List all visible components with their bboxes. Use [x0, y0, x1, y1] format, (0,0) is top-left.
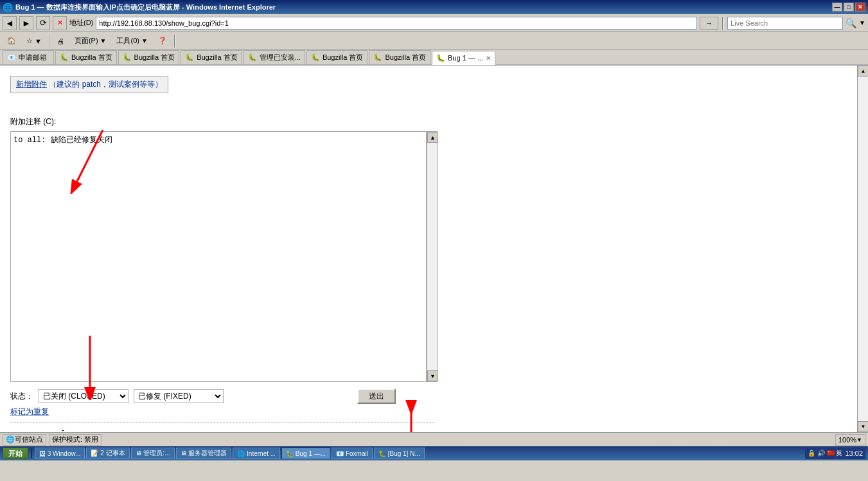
- taskbar-btn-1[interactable]: 🖼 3 Window...: [35, 448, 85, 459]
- submit-button[interactable]: 送出: [357, 388, 396, 404]
- search-dropdown-icon[interactable]: ▼: [859, 19, 865, 26]
- mark-duplicate-link[interactable]: 标记为重复: [10, 406, 847, 417]
- page-label: 页面(P): [75, 36, 98, 46]
- status-row: 状态： 已关闭 (CLOSED) 已修复 (FIXED) 送出: [10, 388, 847, 404]
- go-button[interactable]: →: [700, 17, 718, 30]
- back-button[interactable]: ◄: [3, 16, 17, 30]
- taskbar-btn-4[interactable]: 🖥 服务器管理器: [176, 448, 232, 459]
- print-button[interactable]: 🖨: [53, 34, 69, 48]
- scroll-down-arrow[interactable]: ▼: [427, 370, 438, 381]
- page-button[interactable]: 页面(P) ▼: [70, 34, 111, 48]
- tab-bugzilla-1[interactable]: 🐛 Bugzilla 首页: [55, 50, 117, 64]
- resolution-select[interactable]: 已修复 (FIXED): [134, 389, 224, 403]
- tab-bugzilla-4[interactable]: 🐛 Bugzilla 首页: [306, 50, 368, 64]
- close-button[interactable]: ✕: [855, 3, 865, 12]
- comment-textarea[interactable]: to all: 缺陷已经修复关闭: [10, 131, 427, 382]
- tab-bugzilla-2[interactable]: 🐛 Bugzilla 首页: [118, 50, 180, 64]
- tab-bugzilla3-icon: 🐛: [185, 53, 194, 62]
- tab-bug1[interactable]: 🐛 Bug 1 — ... ✕: [432, 51, 495, 65]
- main-content: 新增附件 （建议的 patch，测试案例等等） 附加注释 (C): to all…: [0, 66, 868, 432]
- toolbar-sep-1: [49, 35, 50, 48]
- zoom-dropdown-icon[interactable]: ▼: [856, 437, 862, 443]
- expand-all-label: 展开所有注释: [10, 431, 57, 432]
- zone-label: 可信站点: [15, 435, 43, 444]
- zone-icon: 🌐: [6, 435, 15, 444]
- zoom-label: 100%: [838, 436, 856, 444]
- right-scroll-track: [858, 77, 868, 421]
- address-input[interactable]: [96, 17, 697, 30]
- taskbar-btn-bugnote[interactable]: 🐛 [Bug 1] N...: [374, 448, 425, 459]
- status-select[interactable]: 已关闭 (CLOSED): [39, 389, 128, 403]
- maximize-button[interactable]: □: [844, 3, 854, 12]
- favorites-button[interactable]: ☆ ▼: [22, 34, 46, 48]
- taskbar-btn-3-label: 🖥 管理员:...: [136, 449, 170, 457]
- taskbar-btn-3[interactable]: 🖥 管理员:...: [131, 448, 175, 459]
- tabs-bar: 📧 申请邮箱 🐛 Bugzilla 首页 🐛 Bugzilla 首页 🐛 Bug…: [0, 50, 868, 66]
- comment-section: 附加注释 (C): to all: 缺陷已经修复关闭 ▲ ▼: [10, 116, 847, 382]
- taskbar-btn-foxmail[interactable]: 📧 Foxmail: [332, 448, 373, 459]
- systray-icons: 🔒 🔊 🇨🇳 英: [808, 449, 842, 458]
- tab-bugzilla-5[interactable]: 🐛 Bugzilla 首页: [369, 50, 430, 64]
- title-bar-buttons: — □ ✕: [832, 3, 865, 12]
- separator: [722, 17, 723, 30]
- systray-time: 13:02: [845, 449, 863, 457]
- tab-bugzilla5-icon: 🐛: [373, 53, 382, 62]
- stop-button[interactable]: ✕: [53, 16, 67, 30]
- scroll-track: [427, 143, 437, 370]
- tab-bugzilla3-label: Bugzilla 首页: [197, 53, 238, 62]
- taskbar-btn-bug1-label: 🐛 Bug 1 —...: [286, 450, 326, 457]
- attachment-section: 新增附件 （建议的 patch，测试案例等等）: [10, 76, 847, 104]
- tools-button[interactable]: 工具(0) ▼: [112, 34, 152, 48]
- attachment-desc: （建议的 patch，测试案例等等）: [49, 80, 163, 89]
- zoom-status: 100% ▼: [835, 434, 865, 446]
- tab-email[interactable]: 📧 申请邮箱: [3, 50, 54, 64]
- start-button[interactable]: 开始: [3, 448, 28, 459]
- systray: 🔒 🔊 🇨🇳 英 13:02: [805, 448, 865, 459]
- home-button[interactable]: 🏠: [3, 34, 21, 48]
- taskbar-btn-5-label: 🌐 Internet ...: [237, 450, 276, 457]
- comment-scrollbar: ▲ ▼: [427, 131, 438, 382]
- refresh-button[interactable]: ⟳: [36, 16, 50, 30]
- comment-wrapper: to all: 缺陷已经修复关闭 ▲ ▼: [10, 131, 847, 382]
- protected-mode-label: 保护模式: 禁用: [52, 435, 98, 444]
- tab-bugzilla1-icon: 🐛: [60, 53, 69, 62]
- collapse-all-link[interactable]: 折叠所有注释: [69, 431, 116, 432]
- tab-bugzilla4-icon: 🐛: [311, 53, 320, 62]
- start-label: 开始: [8, 449, 22, 457]
- dashed-separator: [10, 422, 434, 423]
- forward-button[interactable]: ►: [19, 16, 33, 30]
- address-label: 地址(D): [69, 18, 93, 28]
- taskbar-btn-4-label: 🖥 服务器管理器: [181, 449, 227, 457]
- taskbar-btn-5[interactable]: 🌐 Internet ...: [233, 448, 280, 459]
- tab-bugzilla-3[interactable]: 🐛 Bugzilla 首页: [181, 50, 242, 64]
- comment-label: 附加注释 (C):: [10, 116, 847, 127]
- address-bar: ◄ ► ⟳ ✕ 地址(D) → 🔍 ▼: [0, 14, 868, 32]
- tab-admin-label: 管理已安装...: [260, 53, 301, 62]
- right-scroll-down[interactable]: ▼: [858, 421, 868, 432]
- tools-label: 工具(0): [116, 36, 139, 46]
- scroll-up-arrow[interactable]: ▲: [427, 132, 438, 143]
- toolbar-sep-2: [174, 35, 175, 48]
- tab-bugzilla2-icon: 🐛: [123, 53, 132, 62]
- taskbar-btn-bugnote-label: 🐛 [Bug 1] N...: [378, 450, 420, 457]
- tab-email-label: 申请邮箱: [19, 53, 47, 62]
- search-icon[interactable]: 🔍: [846, 18, 856, 28]
- tab-bug1-close[interactable]: ✕: [486, 55, 491, 62]
- taskbar-btn-bug1[interactable]: 🐛 Bug 1 —...: [281, 448, 330, 459]
- submit-label: 送出: [369, 392, 384, 401]
- status-label: 状态：: [10, 391, 33, 402]
- search-input[interactable]: [727, 17, 843, 30]
- tab-bug1-label: Bug 1 — ...: [448, 54, 483, 62]
- separator: -: [62, 426, 64, 432]
- minimize-button[interactable]: —: [832, 3, 842, 12]
- help-button[interactable]: ❓: [154, 34, 172, 48]
- tab-bug1-icon: 🐛: [436, 54, 445, 62]
- attachment-box[interactable]: 新增附件 （建议的 patch，测试案例等等）: [10, 76, 168, 93]
- right-scroll-up[interactable]: ▲: [858, 66, 868, 77]
- taskbar: 开始 🖼 3 Window... 📝 2 记事本 🖥 管理员:... 🖥 服务器…: [0, 446, 868, 460]
- status-bar: 🌐 可信站点 保护模式: 禁用 100% ▼: [0, 432, 868, 446]
- tab-admin[interactable]: 🐛 管理已安装...: [244, 50, 305, 64]
- taskbar-btn-2[interactable]: 📝 2 记事本: [86, 448, 129, 459]
- tab-bugzilla2-label: Bugzilla 首页: [134, 53, 175, 62]
- expand-all-link[interactable]: 展开所有注释: [10, 431, 57, 432]
